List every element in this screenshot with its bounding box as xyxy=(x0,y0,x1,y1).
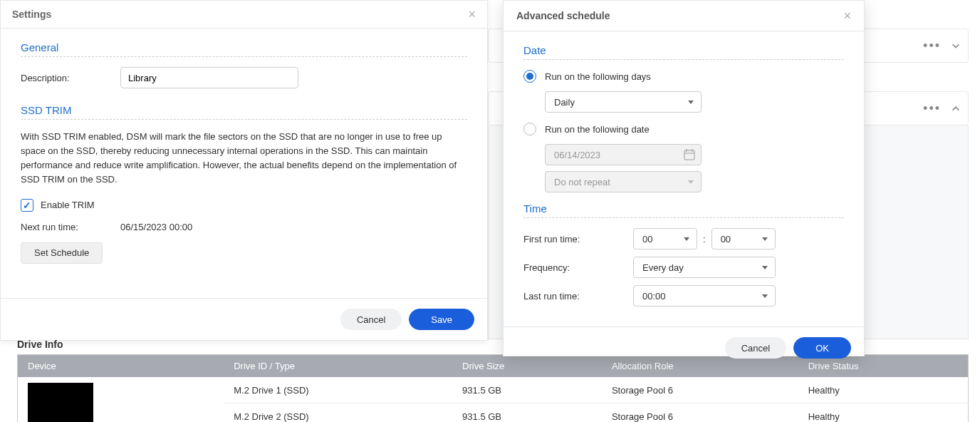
schedule-footer: Cancel OK xyxy=(504,326,864,369)
col-device: Device xyxy=(18,355,224,378)
trim-help-text: With SSD TRIM enabled, DSM will mark the… xyxy=(21,130,467,187)
col-id: Drive ID / Type xyxy=(224,355,452,378)
hour-value: 00 xyxy=(642,234,652,245)
repeat-value: Do not repeat xyxy=(554,177,610,187)
device-cell xyxy=(18,377,224,422)
calendar-icon xyxy=(684,149,695,160)
table-row: M.2 Drive 1 (SSD) 931.5 GB Storage Pool … xyxy=(18,377,969,403)
drive-id: M.2 Drive 1 (SSD) xyxy=(224,377,452,403)
device-image xyxy=(28,383,93,422)
run-date-radio[interactable] xyxy=(523,123,536,135)
next-run-value: 06/15/2023 00:00 xyxy=(120,222,192,232)
frequency-value: Every day xyxy=(642,262,684,273)
hour-select[interactable]: 00 xyxy=(633,228,697,249)
next-run-label: Next run time: xyxy=(21,222,120,232)
frequency-label: Frequency: xyxy=(523,262,633,273)
schedule-title: Advanced schedule xyxy=(516,10,610,21)
section-general: General xyxy=(21,41,467,53)
close-icon[interactable]: × xyxy=(468,8,476,21)
more-icon[interactable]: ••• xyxy=(923,102,941,115)
description-label: Description: xyxy=(21,73,120,83)
last-run-select[interactable]: 00:00 xyxy=(633,285,776,307)
settings-title: Settings xyxy=(12,9,51,20)
cancel-button[interactable]: Cancel xyxy=(725,337,786,359)
drive-id: M.2 Drive 2 (SSD) xyxy=(224,403,452,422)
section-date: Date xyxy=(523,44,844,56)
description-row: Description: xyxy=(21,67,467,88)
cancel-button[interactable]: Cancel xyxy=(340,309,402,330)
enable-trim-row: Enable TRIM xyxy=(21,199,467,212)
days-select[interactable]: Daily xyxy=(545,91,702,113)
schedule-header: Advanced schedule × xyxy=(504,1,864,31)
drive-size: 931.5 GB xyxy=(452,403,602,422)
repeat-select: Do not repeat xyxy=(545,171,702,192)
chevron-down-icon[interactable] xyxy=(951,41,961,51)
time-colon: : xyxy=(703,234,706,245)
divider xyxy=(523,217,844,218)
run-days-radio-row: Run on the following days xyxy=(523,70,844,83)
divider xyxy=(21,119,467,120)
set-schedule-button[interactable]: Set Schedule xyxy=(21,242,103,264)
settings-footer: Cancel Save xyxy=(1,298,487,340)
section-ssd-trim: SSD TRIM xyxy=(21,104,467,116)
settings-header: Settings × xyxy=(1,1,487,29)
drive-size: 931.5 GB xyxy=(452,377,602,403)
section-time: Time xyxy=(523,202,844,215)
last-run-row: Last run time: 00:00 xyxy=(523,285,844,307)
enable-trim-checkbox[interactable] xyxy=(21,199,33,212)
save-button[interactable]: Save xyxy=(409,309,474,330)
last-run-label: Last run time: xyxy=(523,291,633,302)
divider xyxy=(523,59,844,60)
minute-select[interactable]: 00 xyxy=(711,228,776,249)
svg-rect-0 xyxy=(684,150,694,160)
drive-role: Storage Pool 6 xyxy=(602,377,798,403)
divider xyxy=(21,56,467,57)
frequency-select[interactable]: Every day xyxy=(633,257,776,278)
run-date-radio-row: Run on the following date xyxy=(523,123,844,135)
next-run-row: Next run time: 06/15/2023 00:00 xyxy=(21,222,467,232)
settings-body: General Description: SSD TRIM With SSD T… xyxy=(1,29,487,298)
run-days-radio[interactable] xyxy=(523,70,536,83)
chevron-up-icon[interactable] xyxy=(951,103,961,113)
description-input[interactable] xyxy=(120,67,298,88)
run-days-label: Run on the following days xyxy=(545,71,651,82)
days-select-value: Daily xyxy=(554,97,575,108)
frequency-row: Frequency: Every day xyxy=(523,257,844,278)
drive-status: Healthy xyxy=(798,377,969,403)
drive-role: Storage Pool 6 xyxy=(602,403,798,422)
minute-value: 00 xyxy=(721,234,731,245)
drive-status: Healthy xyxy=(798,403,969,422)
last-run-value: 00:00 xyxy=(642,291,666,302)
first-run-row: First run time: 00 : 00 xyxy=(523,228,844,249)
enable-trim-label: Enable TRIM xyxy=(41,200,95,210)
more-icon[interactable]: ••• xyxy=(923,39,941,52)
settings-dialog: Settings × General Description: SSD TRIM… xyxy=(0,0,488,341)
close-icon[interactable]: × xyxy=(843,9,851,22)
date-value: 06/14/2023 xyxy=(554,150,600,160)
schedule-dialog: Advanced schedule × Date Run on the foll… xyxy=(503,0,865,356)
date-input: 06/14/2023 xyxy=(545,144,702,165)
first-run-label: First run time: xyxy=(523,234,633,245)
ok-button[interactable]: OK xyxy=(793,337,851,359)
schedule-body: Date Run on the following days Daily Run… xyxy=(504,31,864,326)
run-date-label: Run on the following date xyxy=(545,124,650,135)
